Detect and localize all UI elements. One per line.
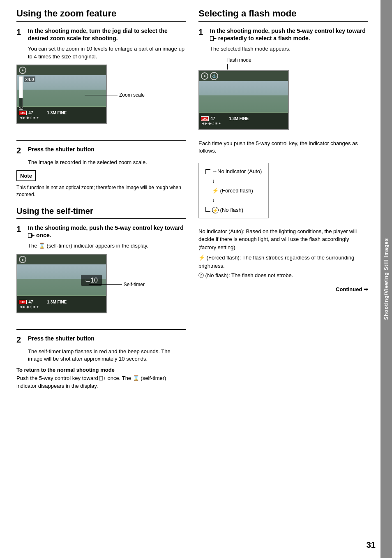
- frame-count3: 47: [210, 116, 215, 121]
- zoom-screen-wrapper: ● ×4.0 T W 101 47: [16, 65, 107, 126]
- step3-row: 1 In the shooting mode, push the 5-way c…: [16, 224, 186, 239]
- right-section-title: Selecting a flash mode: [198, 8, 368, 19]
- section2-title: Using the self-timer: [16, 206, 186, 216]
- slot-badge: 101: [19, 111, 27, 115]
- sidebar-label: Shooting/Viewing Still Images: [383, 238, 389, 320]
- bottom-row1: 101 47 1.3M FINE: [19, 111, 104, 115]
- zoom-w-label: W: [19, 107, 23, 110]
- note-box: Note: [16, 170, 36, 181]
- right-section-divider: [198, 21, 368, 22]
- diagram-row2: ↓: [212, 176, 262, 185]
- right-desc1: No indicator (Auto): Based on the lighti…: [198, 227, 368, 252]
- bottom-row1b: 101 47 1.3M FINE: [19, 300, 104, 304]
- step2-row: 2 Press the shutter button: [16, 146, 186, 155]
- diagram-row3: ⚡ (Forced flash): [212, 186, 262, 195]
- selftimer-camera-screen: ● ⌙10 101 47 1.3M FINE: [16, 254, 107, 313]
- camera-icon: ●: [19, 67, 26, 74]
- camera-bottom-bar: 101 47 1.3M FINE ◄▶ ◆◁ ■ ●: [17, 107, 106, 123]
- camera-icon2: ●: [19, 256, 26, 263]
- to-return-title: To return to the normal shooting mode: [16, 367, 186, 373]
- grass-bg3: [199, 95, 288, 112]
- diagram-row4: ↓: [212, 195, 262, 205]
- diagram-row5: ⚡ (No flash): [205, 205, 262, 215]
- flash-camera-screen: ● ⚓ 101 47 1.3M FINE ◄▶ ◆◁ ■ ●: [198, 70, 289, 130]
- bottom-row2b: ◄▶ ◆◁ ■ ●: [19, 305, 104, 309]
- right-step1-instruction: In the shooting mode, push the 5-way con…: [210, 27, 368, 42]
- note-section: Note This function is not an optical zoo…: [16, 170, 186, 198]
- step4-body: The self-timer lamp flashes in red and t…: [28, 348, 186, 363]
- diagram-item1: →No indicator (Auto): [212, 167, 262, 176]
- step3-instruction: In the shooting mode, push the 5-way con…: [28, 224, 186, 239]
- diagram-item5: ⚡ (No flash): [212, 205, 243, 215]
- step4-divider: [16, 329, 186, 330]
- controls-icons2: ◄▶ ◆◁ ■ ●: [19, 305, 39, 309]
- step1-body: You can set the zoom in 10 levels to enl…: [28, 45, 186, 60]
- frame-count2: 47: [28, 300, 33, 304]
- quality-label3: 1.3M FINE: [229, 116, 249, 121]
- right-column: Selecting a flash mode 1 In the shooting…: [198, 8, 368, 550]
- right-step1-number: 1: [198, 27, 208, 37]
- self-timer-indicator: ⌙10: [81, 275, 102, 286]
- bracket-bottom: [205, 207, 210, 212]
- step1-instruction: In the shooting mode, turn the jog dial …: [28, 27, 186, 42]
- note-text: This function is not an optical zoom; th…: [16, 184, 186, 198]
- page-number: 31: [367, 540, 376, 550]
- step2-number: 2: [16, 146, 25, 155]
- sidebar-tab: Shooting/Viewing Still Images: [380, 0, 392, 558]
- step2-body: The image is recorded in the selected zo…: [28, 159, 186, 166]
- right-desc2: ⚡ (Forced flash): The flash strobes rega…: [198, 254, 368, 270]
- flash-mode-arrow-line: [227, 64, 228, 69]
- left-column: Using the zoom feature 1 In the shooting…: [16, 8, 186, 550]
- zoom-value-label: ×4.0: [24, 76, 35, 82]
- camera-icon3: ●: [201, 72, 208, 80]
- quality-label2: 1.3M FINE: [47, 300, 67, 304]
- self-timer-value: ⌙10: [85, 277, 98, 284]
- bracket-top: [205, 169, 210, 174]
- zoom-scale-label: Zoom scale: [119, 92, 145, 98]
- zoom-bar: [19, 76, 23, 110]
- bottom-row1c: 101 47 1.3M FINE: [201, 116, 286, 121]
- flash-mode-label: flash mode: [227, 57, 368, 63]
- zoom-t-label: T: [20, 76, 22, 80]
- section1-title: Using the zoom feature: [16, 8, 186, 19]
- slot-badge2: 101: [19, 300, 27, 304]
- controls-icons3: ◄▶ ◆◁ ■ ●: [201, 121, 221, 125]
- continued-label: Continued ➡: [198, 286, 368, 292]
- step3-number: 1: [16, 224, 25, 234]
- camera-bottom-bar2: 101 47 1.3M FINE ◄▶ ◆◁ ■ ●: [17, 296, 106, 313]
- slot-badge3: 101: [201, 116, 209, 121]
- selftimer-screen-wrapper: ● ⌙10 101 47 1.3M FINE: [16, 254, 107, 315]
- top-bar3: ● ⚓: [199, 71, 288, 81]
- zoom-scale-line: [85, 95, 118, 95]
- no-flash-circle: ⚡: [212, 207, 219, 213]
- selftimer-label: Self-timer: [124, 282, 145, 287]
- step2-divider: [16, 140, 186, 141]
- frame-count: 47: [28, 111, 33, 115]
- step3-body: The ⌛ (self-timer) indicator appears in …: [28, 242, 186, 250]
- step1-number: 1: [16, 27, 25, 37]
- step1-row: 1 In the shooting mode, turn the jog dia…: [16, 27, 186, 42]
- bottom-row2c: ◄▶ ◆◁ ■ ●: [201, 121, 286, 125]
- top-bar2: ●: [17, 255, 106, 264]
- step4-instruction: Press the shutter button: [28, 335, 95, 342]
- bottom-row2: ◄▶ ◆◁ ■ ●: [19, 116, 104, 120]
- step2-instruction: Press the shutter button: [28, 146, 95, 153]
- each-time-text: Each time you push the 5-way control key…: [198, 140, 368, 155]
- right-desc3: ⓡ (No flash): The flash does not strobe.: [198, 271, 368, 280]
- right-step1-row: 1 In the shooting mode, push the 5-way c…: [198, 27, 368, 42]
- top-bar: ●: [17, 65, 106, 75]
- diagram-row1: →No indicator (Auto): [205, 167, 262, 176]
- controls-icons: ◄▶ ◆◁ ■ ●: [19, 116, 39, 120]
- to-return-body: Push the 5-way control key toward ⎕+ onc…: [16, 375, 186, 389]
- note-label: Note: [20, 173, 32, 179]
- section2-divider: [16, 218, 186, 219]
- step4-number: 2: [16, 335, 25, 345]
- flash-diagram: →No indicator (Auto) ↓ ⚡ (Forced flash) …: [198, 163, 269, 218]
- right-step1-body: The selected flash mode appears.: [210, 45, 368, 53]
- camera-bottom-bar3: 101 47 1.3M FINE ◄▶ ◆◁ ■ ●: [199, 113, 288, 129]
- step4-row: 2 Press the shutter button: [16, 335, 186, 345]
- flash-icon: ⚓: [210, 72, 218, 80]
- section1-divider: [16, 21, 186, 22]
- quality-label: 1.3M FINE: [47, 111, 67, 115]
- zoom-scale-label-container: Zoom scale: [85, 92, 145, 98]
